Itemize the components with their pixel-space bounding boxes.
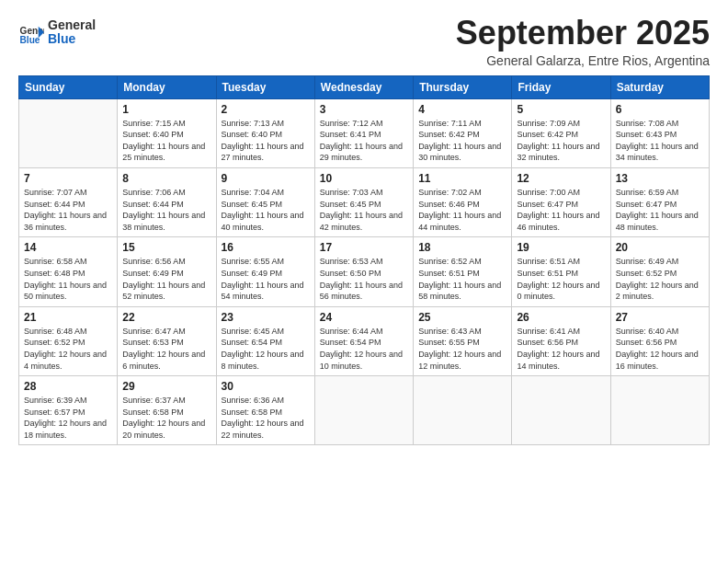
day-number: 29 bbox=[122, 380, 210, 393]
day-info: Sunrise: 6:37 AMSunset: 6:58 PMDaylight:… bbox=[122, 395, 210, 441]
day-info: Sunrise: 6:45 AMSunset: 6:54 PMDaylight:… bbox=[222, 326, 310, 372]
day-number: 22 bbox=[122, 311, 210, 324]
day-number: 18 bbox=[418, 241, 506, 254]
calendar-cell: 29 Sunrise: 6:37 AMSunset: 6:58 PMDaylig… bbox=[118, 376, 216, 445]
calendar-cell: 15 Sunrise: 6:56 AMSunset: 6:49 PMDaylig… bbox=[118, 237, 216, 306]
month-title: September 2025 bbox=[456, 15, 710, 52]
day-number: 28 bbox=[24, 380, 112, 393]
calendar-cell: 7 Sunrise: 7:07 AMSunset: 6:44 PMDayligh… bbox=[19, 167, 118, 236]
calendar-cell: 24 Sunrise: 6:44 AMSunset: 6:54 PMDaylig… bbox=[314, 306, 413, 375]
day-info: Sunrise: 7:09 AMSunset: 6:42 PMDaylight:… bbox=[517, 118, 605, 164]
calendar-cell: 28 Sunrise: 6:39 AMSunset: 6:57 PMDaylig… bbox=[19, 376, 118, 445]
day-info: Sunrise: 6:56 AMSunset: 6:49 PMDaylight:… bbox=[122, 256, 210, 302]
day-info: Sunrise: 6:49 AMSunset: 6:52 PMDaylight:… bbox=[616, 256, 704, 302]
calendar-cell: 26 Sunrise: 6:41 AMSunset: 6:56 PMDaylig… bbox=[512, 306, 610, 375]
calendar-cell: 3 Sunrise: 7:12 AMSunset: 6:41 PMDayligh… bbox=[314, 98, 413, 167]
day-number: 23 bbox=[222, 311, 310, 324]
calendar-row-4: 21 Sunrise: 6:48 AMSunset: 6:52 PMDaylig… bbox=[19, 306, 710, 375]
calendar-cell: 21 Sunrise: 6:48 AMSunset: 6:52 PMDaylig… bbox=[19, 306, 118, 375]
location-subtitle: General Galarza, Entre Rios, Argentina bbox=[456, 53, 710, 68]
day-number: 4 bbox=[418, 103, 506, 116]
calendar-cell bbox=[314, 376, 413, 445]
day-info: Sunrise: 7:02 AMSunset: 6:46 PMDaylight:… bbox=[418, 187, 506, 233]
logo-blue-text: Blue bbox=[48, 32, 96, 46]
day-number: 12 bbox=[517, 172, 605, 185]
calendar-cell bbox=[414, 376, 512, 445]
logo-icon: General Blue bbox=[18, 19, 44, 45]
day-info: Sunrise: 6:36 AMSunset: 6:58 PMDaylight:… bbox=[222, 395, 310, 441]
day-number: 15 bbox=[122, 241, 210, 254]
day-number: 20 bbox=[616, 241, 704, 254]
logo-general-text: General bbox=[48, 18, 96, 32]
day-number: 11 bbox=[418, 172, 506, 185]
calendar-cell: 14 Sunrise: 6:58 AMSunset: 6:48 PMDaylig… bbox=[19, 237, 118, 306]
logo: General Blue General Blue bbox=[18, 18, 96, 47]
calendar-cell: 16 Sunrise: 6:55 AMSunset: 6:49 PMDaylig… bbox=[216, 237, 314, 306]
day-info: Sunrise: 6:59 AMSunset: 6:47 PMDaylight:… bbox=[616, 187, 704, 233]
calendar-cell: 1 Sunrise: 7:15 AMSunset: 6:40 PMDayligh… bbox=[118, 98, 216, 167]
day-info: Sunrise: 7:11 AMSunset: 6:42 PMDaylight:… bbox=[418, 118, 506, 164]
calendar-cell: 4 Sunrise: 7:11 AMSunset: 6:42 PMDayligh… bbox=[414, 98, 512, 167]
header-right: September 2025 General Galarza, Entre Ri… bbox=[456, 15, 710, 68]
day-number: 14 bbox=[24, 241, 112, 254]
calendar-cell bbox=[19, 98, 118, 167]
day-number: 2 bbox=[222, 103, 310, 116]
header-friday: Friday bbox=[512, 75, 610, 98]
calendar-row-5: 28 Sunrise: 6:39 AMSunset: 6:57 PMDaylig… bbox=[19, 376, 710, 445]
day-number: 6 bbox=[616, 103, 704, 116]
day-info: Sunrise: 6:43 AMSunset: 6:55 PMDaylight:… bbox=[418, 326, 506, 372]
day-number: 16 bbox=[222, 241, 310, 254]
calendar-cell: 17 Sunrise: 6:53 AMSunset: 6:50 PMDaylig… bbox=[314, 237, 413, 306]
calendar-cell: 23 Sunrise: 6:45 AMSunset: 6:54 PMDaylig… bbox=[216, 306, 314, 375]
header-thursday: Thursday bbox=[414, 75, 512, 98]
day-number: 21 bbox=[24, 311, 112, 324]
day-number: 27 bbox=[616, 311, 704, 324]
day-number: 25 bbox=[418, 311, 506, 324]
calendar-cell: 22 Sunrise: 6:47 AMSunset: 6:53 PMDaylig… bbox=[118, 306, 216, 375]
calendar-row-2: 7 Sunrise: 7:07 AMSunset: 6:44 PMDayligh… bbox=[19, 167, 710, 236]
calendar-cell: 19 Sunrise: 6:51 AMSunset: 6:51 PMDaylig… bbox=[512, 237, 610, 306]
header-wednesday: Wednesday bbox=[314, 75, 413, 98]
day-info: Sunrise: 6:47 AMSunset: 6:53 PMDaylight:… bbox=[122, 326, 210, 372]
day-info: Sunrise: 6:51 AMSunset: 6:51 PMDaylight:… bbox=[517, 256, 605, 302]
day-info: Sunrise: 6:52 AMSunset: 6:51 PMDaylight:… bbox=[418, 256, 506, 302]
header-saturday: Saturday bbox=[610, 75, 709, 98]
day-number: 8 bbox=[122, 172, 210, 185]
day-number: 17 bbox=[320, 241, 408, 254]
svg-text:Blue: Blue bbox=[20, 35, 40, 45]
day-info: Sunrise: 7:15 AMSunset: 6:40 PMDaylight:… bbox=[122, 118, 210, 164]
calendar-cell bbox=[610, 376, 709, 445]
day-info: Sunrise: 7:04 AMSunset: 6:45 PMDaylight:… bbox=[222, 187, 310, 233]
header: General Blue General Blue September 2025… bbox=[18, 15, 710, 68]
day-info: Sunrise: 7:06 AMSunset: 6:44 PMDaylight:… bbox=[122, 187, 210, 233]
day-number: 3 bbox=[320, 103, 408, 116]
calendar-cell bbox=[512, 376, 610, 445]
day-info: Sunrise: 7:12 AMSunset: 6:41 PMDaylight:… bbox=[320, 118, 408, 164]
day-info: Sunrise: 6:55 AMSunset: 6:49 PMDaylight:… bbox=[222, 256, 310, 302]
calendar-cell: 6 Sunrise: 7:08 AMSunset: 6:43 PMDayligh… bbox=[610, 98, 709, 167]
day-info: Sunrise: 6:41 AMSunset: 6:56 PMDaylight:… bbox=[517, 326, 605, 372]
calendar-cell: 11 Sunrise: 7:02 AMSunset: 6:46 PMDaylig… bbox=[414, 167, 512, 236]
day-info: Sunrise: 6:58 AMSunset: 6:48 PMDaylight:… bbox=[24, 256, 112, 302]
header-sunday: Sunday bbox=[19, 75, 118, 98]
calendar-cell: 18 Sunrise: 6:52 AMSunset: 6:51 PMDaylig… bbox=[414, 237, 512, 306]
calendar-row-3: 14 Sunrise: 6:58 AMSunset: 6:48 PMDaylig… bbox=[19, 237, 710, 306]
calendar-cell: 2 Sunrise: 7:13 AMSunset: 6:40 PMDayligh… bbox=[216, 98, 314, 167]
day-number: 10 bbox=[320, 172, 408, 185]
day-info: Sunrise: 7:00 AMSunset: 6:47 PMDaylight:… bbox=[517, 187, 605, 233]
calendar-cell: 10 Sunrise: 7:03 AMSunset: 6:45 PMDaylig… bbox=[314, 167, 413, 236]
day-info: Sunrise: 6:48 AMSunset: 6:52 PMDaylight:… bbox=[24, 326, 112, 372]
day-number: 1 bbox=[122, 103, 210, 116]
calendar-table: Sunday Monday Tuesday Wednesday Thursday… bbox=[18, 75, 710, 446]
calendar-cell: 12 Sunrise: 7:00 AMSunset: 6:47 PMDaylig… bbox=[512, 167, 610, 236]
day-number: 24 bbox=[320, 311, 408, 324]
day-info: Sunrise: 6:39 AMSunset: 6:57 PMDaylight:… bbox=[24, 395, 112, 441]
weekday-header-row: Sunday Monday Tuesday Wednesday Thursday… bbox=[19, 75, 710, 98]
day-info: Sunrise: 7:07 AMSunset: 6:44 PMDaylight:… bbox=[24, 187, 112, 233]
day-number: 19 bbox=[517, 241, 605, 254]
day-number: 26 bbox=[517, 311, 605, 324]
day-info: Sunrise: 6:44 AMSunset: 6:54 PMDaylight:… bbox=[320, 326, 408, 372]
page: General Blue General Blue September 2025… bbox=[0, 0, 728, 563]
calendar-cell: 13 Sunrise: 6:59 AMSunset: 6:47 PMDaylig… bbox=[610, 167, 709, 236]
day-info: Sunrise: 7:03 AMSunset: 6:45 PMDaylight:… bbox=[320, 187, 408, 233]
